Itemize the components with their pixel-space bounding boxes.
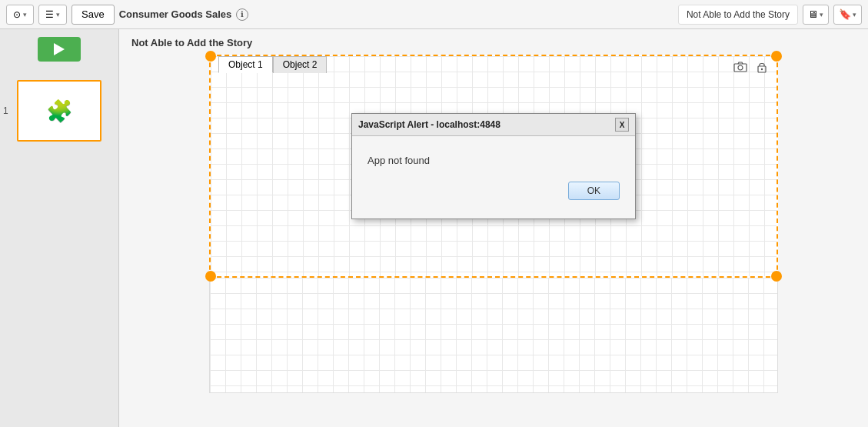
- alert-body: App not found OK: [352, 136, 635, 219]
- home-button[interactable]: ⊙ ▾: [6, 5, 34, 25]
- save-button[interactable]: Save: [72, 5, 115, 25]
- svg-point-1: [738, 65, 743, 70]
- list-chevron: ▾: [56, 11, 60, 18]
- monitor-button[interactable]: 🖥 ▾: [803, 5, 829, 25]
- object-tabs: Object 1 Object 2: [218, 56, 327, 73]
- alert-overlay: JavaScript Alert - localhost:4848 X App …: [351, 113, 636, 219]
- corner-handle-bl[interactable]: [205, 271, 216, 282]
- below-canvas: [209, 278, 778, 393]
- alert-close-button[interactable]: X: [615, 118, 629, 132]
- list-icon: ☰: [45, 9, 54, 20]
- slide-thumbnail[interactable]: 🧩: [17, 80, 101, 142]
- corner-handle-br[interactable]: [771, 271, 782, 282]
- monitor-chevron: ▾: [820, 11, 823, 18]
- home-icon: ⊙: [13, 9, 21, 20]
- corner-handle-tl[interactable]: [205, 51, 216, 62]
- toolbar-left: ⊙ ▾ ☰ ▾ Save Consumer Goods Sales ℹ: [6, 5, 673, 25]
- sidebar: 1 🧩: [0, 29, 119, 427]
- lock-icon[interactable]: [753, 60, 770, 74]
- bookmark-chevron: ▾: [853, 11, 856, 18]
- content-area: Not Able to Add the Story Object 1 Objec…: [119, 29, 868, 427]
- home-chevron: ▾: [23, 11, 27, 18]
- bookmark-icon: 🔖: [839, 8, 851, 20]
- main-toolbar: ⊙ ▾ ☰ ▾ Save Consumer Goods Sales ℹ Not …: [0, 0, 868, 29]
- toolbar-right: Not Able to Add the Story 🖥 ▾ 🔖 ▾: [678, 5, 862, 25]
- story-title: Consumer Goods Sales: [119, 8, 232, 20]
- section-title: Not Able to Add the Story: [131, 37, 856, 48]
- canvas-container: Object 1 Object 2: [209, 55, 778, 278]
- info-icon[interactable]: ℹ: [236, 8, 248, 21]
- alert-dialog: JavaScript Alert - localhost:4848 X App …: [351, 113, 636, 219]
- main-area: 1 🧩 Not Able to Add the Story Object 1 O…: [0, 29, 868, 427]
- alert-title: JavaScript Alert - localhost:4848: [358, 119, 501, 130]
- tab-object1[interactable]: Object 1: [218, 56, 273, 73]
- bookmark-button[interactable]: 🔖 ▾: [833, 5, 862, 25]
- alert-footer: OK: [367, 182, 620, 206]
- tab-object2[interactable]: Object 2: [273, 56, 328, 73]
- error-badge: Not Able to Add the Story: [678, 5, 798, 25]
- list-button[interactable]: ☰ ▾: [38, 5, 67, 25]
- error-text: Not Able to Add the Story: [687, 9, 790, 20]
- svg-point-3: [761, 68, 763, 70]
- canvas-icons: [732, 60, 770, 74]
- monitor-icon: 🖥: [808, 8, 818, 20]
- alert-titlebar: JavaScript Alert - localhost:4848 X: [352, 114, 635, 136]
- play-icon: [54, 43, 65, 55]
- play-button[interactable]: [38, 37, 81, 62]
- corner-handle-tr[interactable]: [771, 51, 782, 62]
- puzzle-icon: 🧩: [46, 98, 73, 124]
- alert-message: App not found: [367, 155, 620, 166]
- slide-number: 1: [3, 105, 8, 116]
- camera-icon[interactable]: [732, 60, 749, 74]
- alert-ok-button[interactable]: OK: [568, 182, 620, 200]
